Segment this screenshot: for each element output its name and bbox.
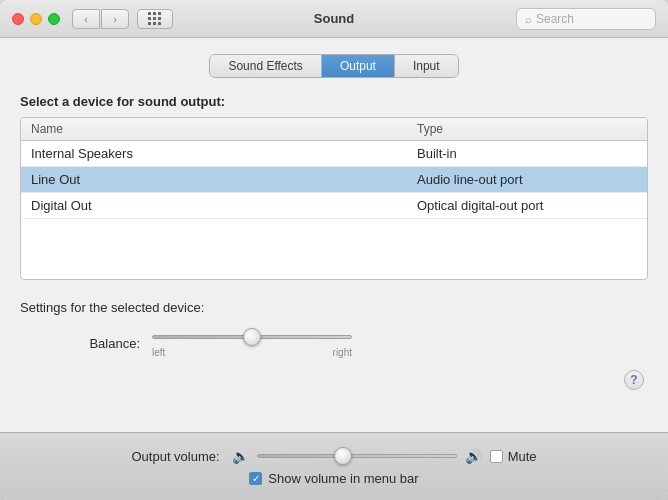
cell-name-1: Line Out — [21, 167, 407, 192]
tab-sound-effects[interactable]: Sound Effects — [210, 55, 322, 77]
window-title: Sound — [314, 11, 354, 26]
volume-slider-thumb[interactable] — [334, 447, 352, 465]
speaker-low-icon — [232, 447, 249, 465]
search-icon: ⌕ — [525, 13, 532, 25]
cell-type-2: Optical digital-out port — [407, 193, 647, 218]
search-placeholder: Search — [536, 12, 574, 26]
tabs: Sound Effects Output Input — [209, 54, 458, 78]
column-header-name: Name — [21, 118, 407, 140]
cell-type-1: Audio line-out port — [407, 167, 647, 192]
table-empty-space — [21, 219, 647, 279]
volume-row: Output volume: Mute — [20, 447, 648, 465]
tab-input[interactable]: Input — [395, 55, 458, 77]
settings-section: Settings for the selected device: Balanc… — [20, 300, 648, 362]
cell-name-0: Internal Speakers — [21, 141, 407, 166]
maximize-button[interactable] — [48, 13, 60, 25]
table-row[interactable]: Digital Out Optical digital-out port — [21, 193, 647, 219]
table-row[interactable]: Line Out Audio line-out port — [21, 167, 647, 193]
main-window: ‹ › Sound ⌕ Search Sound Effects Output … — [0, 0, 668, 500]
bottom-bar: Output volume: Mute ✓ Show volume in men… — [0, 432, 668, 500]
table-body: Internal Speakers Built-in Line Out Audi… — [21, 141, 647, 279]
nav-buttons: ‹ › — [72, 9, 129, 29]
tabs-container: Sound Effects Output Input — [20, 54, 648, 78]
cell-name-2: Digital Out — [21, 193, 407, 218]
minimize-button[interactable] — [30, 13, 42, 25]
cell-type-0: Built-in — [407, 141, 647, 166]
close-button[interactable] — [12, 13, 24, 25]
mute-area: Mute — [490, 449, 537, 464]
device-table: Name Type Internal Speakers Built-in Lin… — [20, 117, 648, 280]
balance-slider[interactable] — [152, 329, 352, 345]
mute-label: Mute — [508, 449, 537, 464]
device-section-header: Select a device for sound output: — [20, 94, 648, 109]
balance-label: Balance: — [60, 336, 140, 351]
column-header-type: Type — [407, 118, 647, 140]
titlebar: ‹ › Sound ⌕ Search — [0, 0, 668, 38]
balance-slider-labels: left right — [152, 347, 352, 358]
traffic-lights — [12, 13, 60, 25]
search-box[interactable]: ⌕ Search — [516, 8, 656, 30]
back-button[interactable]: ‹ — [72, 9, 100, 29]
content-area: Sound Effects Output Input Select a devi… — [0, 38, 668, 432]
settings-section-label: Settings for the selected device: — [20, 300, 648, 315]
balance-row: Balance: left right — [20, 329, 648, 358]
balance-left-label: left — [152, 347, 165, 358]
show-volume-label: Show volume in menu bar — [268, 471, 418, 486]
speaker-high-icon — [465, 447, 482, 465]
help-button[interactable]: ? — [624, 370, 644, 390]
mute-checkbox[interactable] — [490, 450, 503, 463]
help-button-row: ? — [20, 370, 648, 390]
tab-output[interactable]: Output — [322, 55, 395, 77]
table-row[interactable]: Internal Speakers Built-in — [21, 141, 647, 167]
balance-slider-container: left right — [152, 329, 352, 358]
volume-slider[interactable] — [257, 448, 457, 464]
show-volume-row: ✓ Show volume in menu bar — [249, 471, 418, 486]
volume-slider-track — [257, 454, 457, 458]
output-volume-label: Output volume: — [131, 449, 219, 464]
balance-right-label: right — [333, 347, 352, 358]
balance-slider-thumb[interactable] — [243, 328, 261, 346]
forward-button[interactable]: › — [101, 9, 129, 29]
table-header: Name Type — [21, 118, 647, 141]
grid-button[interactable] — [137, 9, 173, 29]
show-volume-checkbox[interactable]: ✓ — [249, 472, 262, 485]
grid-icon — [148, 12, 162, 26]
